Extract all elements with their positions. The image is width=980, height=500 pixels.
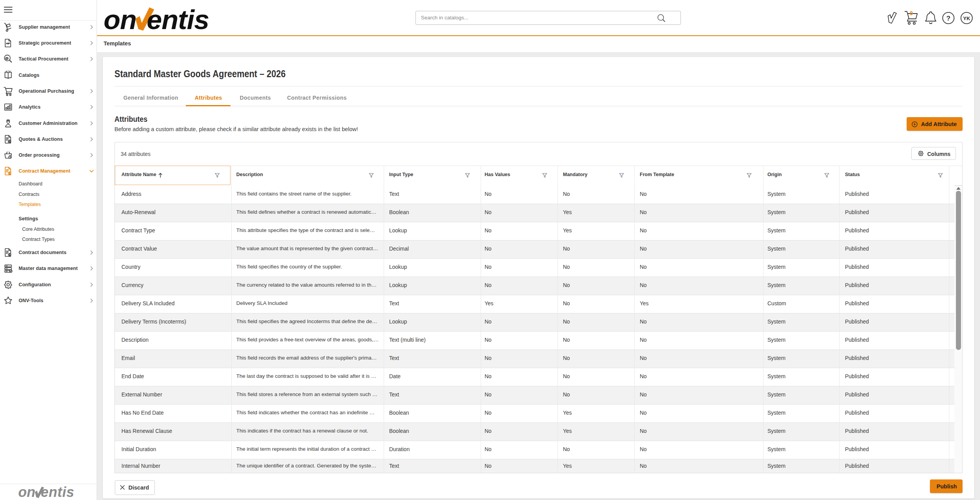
svg-text:on: on (104, 4, 137, 33)
svg-text:entis: entis (147, 4, 209, 33)
svg-text:on: on (18, 484, 35, 500)
svg-text:entis: entis (41, 484, 74, 500)
svg-text:?: ? (946, 15, 950, 22)
svg-text:YK: YK (963, 16, 970, 21)
